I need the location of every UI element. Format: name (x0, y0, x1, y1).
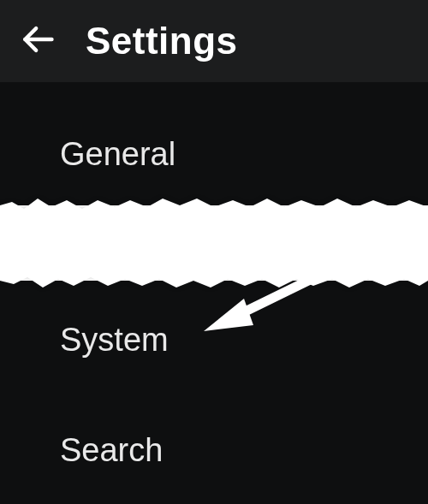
svg-marker-4 (0, 262, 428, 288)
settings-screen: Settings General System Search (0, 0, 428, 504)
top-bar: Settings (0, 0, 428, 82)
back-button[interactable] (19, 22, 56, 60)
settings-item-system[interactable]: System (0, 281, 428, 399)
arrow-left-icon (19, 21, 56, 62)
settings-item-label: System (60, 322, 169, 359)
settings-item-label: Search (60, 432, 163, 469)
settings-list: General System Search (0, 82, 428, 501)
settings-item-label: General (60, 136, 175, 173)
torn-section-indicator (0, 205, 428, 281)
page-title: Settings (86, 20, 238, 62)
settings-item-search[interactable]: Search (0, 399, 428, 501)
svg-marker-2 (0, 199, 428, 224)
